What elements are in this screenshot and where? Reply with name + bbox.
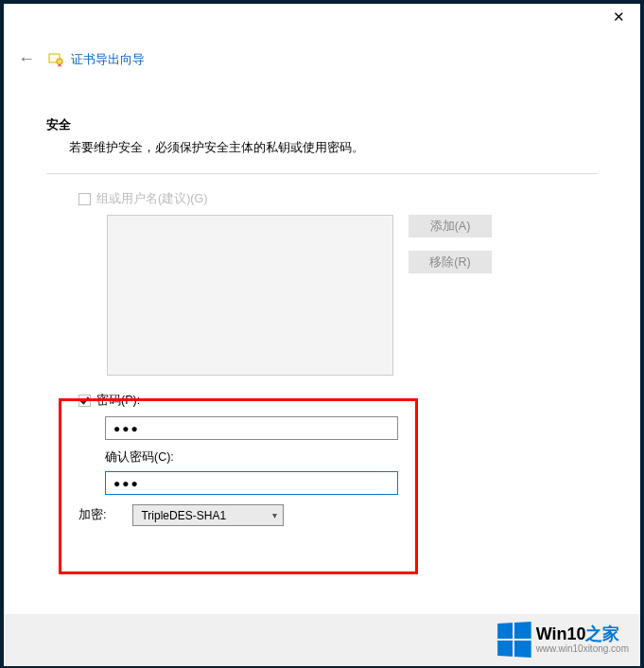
add-button[interactable]: 添加(A) [409,215,492,237]
group-listbox[interactable] [107,215,393,376]
confirm-password-label: 确认密码(C): [105,449,598,466]
watermark-brand-b: 之家 [585,624,619,643]
password-checkbox[interactable] [78,395,91,407]
close-icon: ✕ [613,9,625,26]
chevron-down-icon: ▾ [272,510,277,520]
remove-button-label: 移除(R) [429,255,470,271]
watermark-url: www.win10xitong.com [536,643,629,654]
back-arrow-icon: ← [18,49,35,68]
titlebar: ✕ [4,4,640,30]
encryption-selected: TripleDES-SHA1 [141,509,226,522]
security-heading: 安全 [46,116,598,133]
windows-logo-icon [497,622,531,658]
confirm-password-input[interactable]: ●●● [105,471,398,495]
group-label: 组或用户名(建议)(G) [96,191,207,207]
watermark-brand-a: Win10 [536,624,586,643]
watermark: Win10之家 www.win10xitong.com [496,623,629,657]
back-button[interactable]: ← [18,49,37,69]
password-label: 密码(P): [96,393,140,409]
remove-button[interactable]: 移除(R) [409,251,492,273]
encryption-select[interactable]: TripleDES-SHA1 ▾ [132,504,284,526]
add-button-label: 添加(A) [430,219,471,235]
password-input[interactable]: ●●● [105,416,398,440]
encryption-label: 加密: [78,507,106,523]
svg-point-1 [57,58,62,63]
group-checkbox[interactable] [78,193,91,205]
close-button[interactable]: ✕ [598,4,640,30]
password-value: ●●● [113,422,140,435]
confirm-password-value: ●●● [113,477,140,490]
certificate-icon [48,52,63,67]
wizard-title: 证书导出向导 [71,51,145,68]
wizard-window: ✕ ← 证书导出向导 安全 若要维护安全，必须保护安全主体的私钥或使用密码。 [4,4,640,666]
divider [46,173,598,174]
security-description: 若要维护安全，必须保护安全主体的私钥或使用密码。 [69,139,598,156]
